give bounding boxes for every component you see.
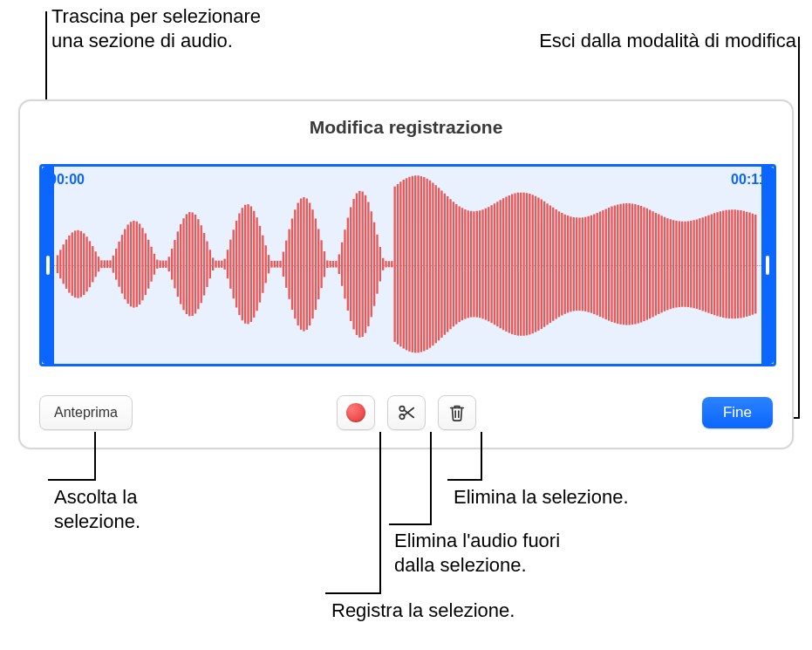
scissors-icon [397,403,416,422]
callout-delete-selection: Elimina la selezione. [454,485,629,510]
panel-title: Modifica registrazione [20,117,792,138]
trash-icon [447,403,467,422]
editor-panel: Modifica registrazione 00:00 00:11 Antep… [18,99,794,449]
callout-line [94,432,96,481]
editor-toolbar: Anteprima [39,393,773,432]
callout-line [48,479,96,481]
record-button[interactable] [337,395,375,430]
callout-line [389,523,432,525]
selection-handle-right[interactable] [761,167,774,364]
callout-line [798,37,800,419]
callout-listen-selection: Ascolta la selezione. [54,485,140,533]
callout-drag-select: Trascina per selezionare una sezione di … [51,4,261,52]
done-button[interactable]: Fine [702,397,773,428]
delete-button[interactable] [438,395,476,430]
callout-delete-outside: Elimina l'audio fuori dalla selezione. [394,529,560,577]
waveform-bars [54,167,761,362]
callout-line [379,432,381,594]
callout-line [430,432,432,525]
callout-record-selection: Registra la selezione. [331,599,515,623]
trim-button[interactable] [387,395,426,430]
callout-line [325,592,381,594]
callout-exit-edit: Esci dalla modalità di modifica. [539,29,802,53]
waveform-selection-area[interactable]: 00:00 00:11 [39,164,776,366]
callout-line [447,479,482,481]
selection-handle-left[interactable] [42,167,54,364]
callout-line [481,432,482,481]
record-icon [346,403,365,422]
preview-button[interactable]: Anteprima [39,395,133,430]
